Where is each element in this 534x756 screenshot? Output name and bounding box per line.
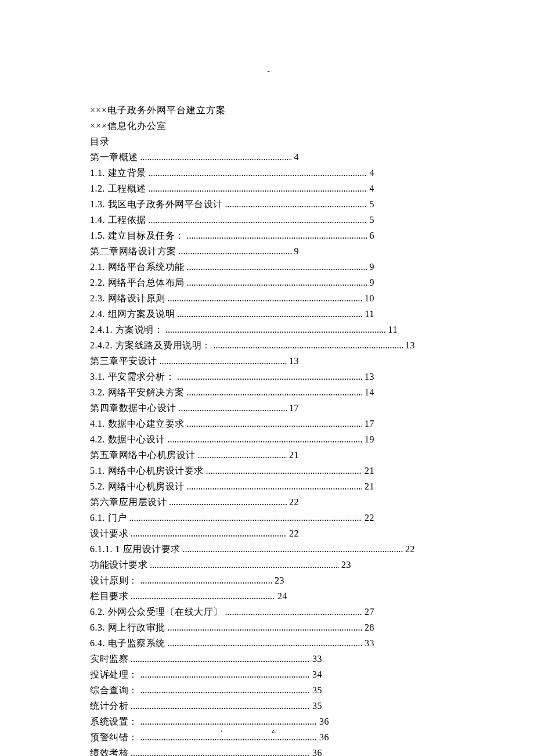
toc-dots: ........................................… (150, 557, 339, 573)
toc-entry-page: 23 (275, 573, 284, 588)
toc-entry-page: 33 (365, 635, 374, 651)
toc-entry-title: 5.1. 网络中心机房设计要求 (90, 463, 204, 478)
toc-entry-page: 4 (370, 165, 375, 181)
toc-entry-title: 6.1. 门户 (90, 510, 127, 525)
toc-dots: ........................................… (179, 243, 292, 259)
toc-entry-page: 36 (319, 729, 329, 745)
toc-entry: 1.3. 我区电子政务外网平台设计 ......................… (90, 196, 374, 212)
toc-entry-page: 24 (277, 588, 287, 604)
toc-entry-page: 23 (341, 557, 351, 573)
toc-dots: ........................................… (140, 714, 317, 729)
toc-entry: 5.1. 网络中心机房设计要求 ........................… (90, 463, 374, 478)
toc-entry: 1.5. 建立目标及任务： ..........................… (90, 228, 374, 243)
toc-dots: ........................................… (131, 698, 310, 714)
toc-entry-title: 1.3. 我区电子政务外网平台设计 (90, 196, 223, 212)
toc-entry: 功能设计要求 .................................… (90, 557, 351, 573)
toc-entry-page: 9 (294, 243, 300, 259)
toc-entry-page: 19 (365, 431, 374, 447)
top-dash: - (90, 67, 447, 76)
toc-entry-title: 投诉处理： (90, 667, 138, 682)
toc-entry-page: 28 (365, 620, 374, 635)
toc-entry-title: 系统设置： (90, 714, 138, 729)
toc-dots: ........................................… (149, 212, 367, 228)
toc-entry-title: 1.4. 工程依据 (90, 212, 146, 228)
toc-entry-title: 第二章网络设计方案 (90, 243, 176, 259)
toc-dots: ........................................… (168, 431, 363, 447)
toc-entry-title: 第一章概述 (90, 149, 138, 165)
toc-dots: ........................................… (129, 510, 363, 525)
toc-entry: 第一章概述 ..................................… (90, 149, 299, 165)
toc-entry-page: 6 (370, 228, 375, 243)
toc-entry: 4.2. 数据中心设计 ............................… (90, 431, 374, 447)
toc-entry-title: 1.2. 工程概述 (90, 181, 146, 196)
doc-title-line2: ×××信息化办公室 (90, 118, 447, 134)
toc-entry: 2.2. 网络平台总体布局 ..........................… (90, 275, 374, 290)
toc-entry: 绩效考核 ...................................… (90, 745, 322, 756)
toc-entry: 综合查询： ..................................… (90, 682, 322, 698)
toc-entry-page: 35 (312, 682, 322, 698)
toc-dots: ........................................… (168, 620, 363, 635)
toc-dots: ........................................… (206, 463, 363, 478)
toc-entry-title: 第四章数据中心设计 (90, 400, 176, 416)
toc-entry-title: 2.1. 网络平台系统功能 (90, 259, 185, 275)
toc-entry-title: 实时监察 (90, 651, 128, 667)
toc-entry-page: 21 (289, 447, 299, 463)
toc-entry-title: 绩效考核 (90, 745, 128, 756)
toc-dots: ........................................… (179, 400, 287, 416)
toc-dots: ........................................… (140, 573, 273, 588)
toc-entry: 统计分析 ...................................… (90, 698, 322, 714)
toc-dots: ........................................… (183, 541, 403, 557)
toc-entry-title: 2.2. 网络平台总体布局 (90, 275, 185, 290)
toc-dots: ........................................… (225, 196, 367, 212)
toc-entry-page: 10 (365, 290, 374, 306)
toc-entry: 投诉处理： ..................................… (90, 667, 322, 682)
toc-entry-title: 3.2. 网络平安解决方案 (90, 384, 185, 400)
toc-dots: ........................................… (177, 306, 363, 322)
toc-entry: 2.3. 网络设计原则 ............................… (90, 290, 374, 306)
toc-entry-page: 13 (289, 353, 299, 369)
toc-entry-page: 27 (365, 604, 374, 620)
toc-entry: 第四章数据中心设计 ..............................… (90, 400, 299, 416)
toc-entry: 6.1.1. 1 应用设计要求 ........................… (90, 541, 415, 557)
toc-dots: ........................................… (168, 635, 363, 651)
toc-dots: ........................................… (198, 447, 287, 463)
toc-dots: ........................................… (187, 275, 367, 290)
toc-entry: 系统设置： ..................................… (90, 714, 329, 729)
toc-entry-page: 13 (405, 337, 415, 353)
toc-entry-page: 34 (312, 667, 322, 682)
toc-entry: 第五章网络中心机房设计 ............................… (90, 447, 299, 463)
toc-entry: 第三章平安设计 ................................… (90, 353, 299, 369)
toc-entry-page: 22 (365, 510, 374, 525)
toc-entry-page: 4 (370, 181, 375, 196)
toc-entry-page: 21 (365, 463, 374, 478)
toc-entry: 6.1. 门户 ................................… (90, 510, 374, 525)
toc-entry-title: 2.4.1. 方案说明： (90, 322, 163, 337)
toc-dots: ........................................… (140, 667, 311, 682)
toc-entry-title: 6.4. 电子监察系统 (90, 635, 165, 651)
toc-entry-page: 9 (370, 259, 375, 275)
toc-entry-title: 栏目要求 (90, 588, 128, 604)
toc-entry: 6.2. 外网公众受理〔在线大厅〕 ......................… (90, 604, 374, 620)
toc-entry-page: 13 (365, 369, 374, 384)
toc-entry: 2.4.2. 方案线路及费用说明： ......................… (90, 337, 415, 353)
toc-entry-page: 17 (365, 416, 374, 431)
toc-entry-title: 3.1. 平安需求分析： (90, 369, 175, 384)
toc-dots: ........................................… (149, 165, 367, 181)
toc-entry-title: 2.4.2. 方案线路及费用说明： (90, 337, 211, 353)
toc-entry-page: 22 (405, 541, 415, 557)
toc-entry: 6.3. 网上行政审批 ............................… (90, 620, 374, 635)
toc-dots: ........................................… (131, 588, 275, 604)
toc-entry: 实时监察 ...................................… (90, 651, 322, 667)
toc-entry-title: 设计原则： (90, 573, 138, 588)
footer-z: z. (272, 727, 277, 734)
toc-dots: ........................................… (160, 353, 287, 369)
toc-entry-page: 11 (388, 322, 398, 337)
toc-entry-title: 功能设计要求 (90, 557, 147, 573)
toc-entry-page: 35 (312, 698, 322, 714)
toc-entry: 2.4.1. 方案说明： ...........................… (90, 322, 398, 337)
toc-entry: 1.4. 工程依据 ..............................… (90, 212, 374, 228)
toc-entry-title: 综合查询： (90, 682, 138, 698)
toc-entry-title: 6.2. 外网公众受理〔在线大厅〕 (90, 604, 223, 620)
toc-entry: 4.1. 数据中心建立要求 ..........................… (90, 416, 374, 431)
toc-entry-page: 33 (312, 651, 322, 667)
